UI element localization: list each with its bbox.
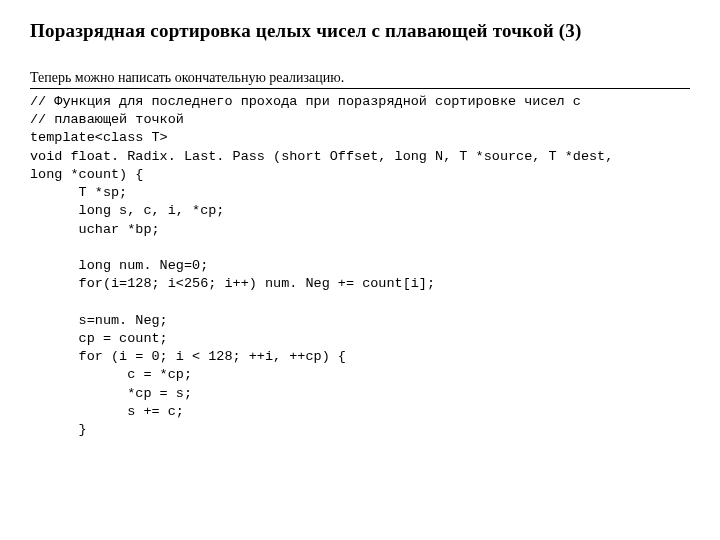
page-title: Поразрядная сортировка целых чисел с пла… [30, 20, 690, 42]
code-content: // Функция для последнего прохода при по… [30, 93, 690, 439]
intro-text: Теперь можно написать окончательную реал… [30, 70, 690, 86]
code-block: // Функция для последнего прохода при по… [30, 88, 690, 439]
